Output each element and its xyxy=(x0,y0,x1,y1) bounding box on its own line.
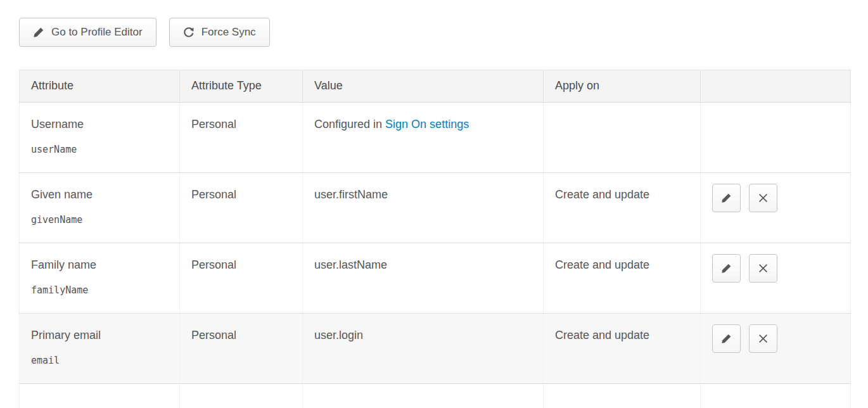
table-row-primary-email: Primary email email Personal user.login … xyxy=(20,314,851,384)
edit-mapping-button[interactable] xyxy=(712,324,741,353)
attribute-type: Personal xyxy=(180,314,303,384)
apply-on: Create and update xyxy=(544,243,701,314)
value-text: user.lastName xyxy=(303,243,544,314)
close-icon xyxy=(758,193,769,203)
value-text: user.login xyxy=(303,314,544,384)
delete-mapping-button[interactable] xyxy=(749,184,777,212)
attribute-label: Username xyxy=(31,118,168,131)
row-actions xyxy=(712,184,839,212)
attribute-mappings-table: Attribute Attribute Type Value Apply on … xyxy=(19,70,851,408)
attribute-type: Personal xyxy=(180,173,303,243)
attribute-mappings-page: Go to Profile Editor Force Sync Attribut… xyxy=(0,0,868,408)
pencil-icon xyxy=(33,27,44,38)
delete-mapping-button[interactable] xyxy=(749,254,777,283)
go-to-profile-editor-label: Go to Profile Editor xyxy=(51,26,143,39)
row-actions xyxy=(712,254,839,283)
attribute-code: givenName xyxy=(31,214,168,226)
header-attribute-type: Attribute Type xyxy=(180,70,303,103)
pencil-icon xyxy=(721,263,732,274)
table-row-given-name: Given name givenName Personal user.first… xyxy=(20,173,851,243)
header-value: Value xyxy=(303,70,544,103)
refresh-icon xyxy=(183,27,195,38)
pencil-icon xyxy=(721,193,732,203)
attribute-type: Personal xyxy=(180,103,303,173)
header-apply-on: Apply on xyxy=(544,70,701,103)
sign-on-settings-link[interactable]: Sign On settings xyxy=(385,118,469,131)
attribute-label: Family name xyxy=(31,258,168,272)
attribute-code: email xyxy=(31,355,168,366)
header-actions xyxy=(701,70,851,103)
toolbar: Go to Profile Editor Force Sync xyxy=(19,18,850,47)
table-row-family-name: Family name familyName Personal user.las… xyxy=(20,243,851,314)
value-text: user.firstName xyxy=(303,173,544,243)
attribute-label: Primary email xyxy=(31,329,168,342)
close-icon xyxy=(758,263,769,274)
value-text: Configured in xyxy=(314,118,385,131)
go-to-profile-editor-button[interactable]: Go to Profile Editor xyxy=(19,18,156,47)
header-attribute: Attribute xyxy=(20,70,180,103)
table-row-username: Username userName Personal Configured in… xyxy=(20,103,851,173)
table-row-partial xyxy=(20,384,851,408)
attribute-code: familyName xyxy=(31,284,168,296)
force-sync-label: Force Sync xyxy=(201,26,256,39)
edit-mapping-button[interactable] xyxy=(712,184,741,212)
force-sync-button[interactable]: Force Sync xyxy=(169,18,270,47)
apply-on: Create and update xyxy=(544,314,701,384)
delete-mapping-button[interactable] xyxy=(749,324,777,353)
attribute-label: Given name xyxy=(31,188,168,201)
close-icon xyxy=(758,333,769,344)
edit-mapping-button[interactable] xyxy=(712,254,741,283)
apply-on xyxy=(544,103,701,173)
attribute-type: Personal xyxy=(180,243,303,314)
row-actions xyxy=(712,324,839,353)
apply-on: Create and update xyxy=(544,173,701,243)
table-header: Attribute Attribute Type Value Apply on xyxy=(20,70,851,103)
attribute-code: userName xyxy=(31,144,168,155)
pencil-icon xyxy=(721,333,732,344)
